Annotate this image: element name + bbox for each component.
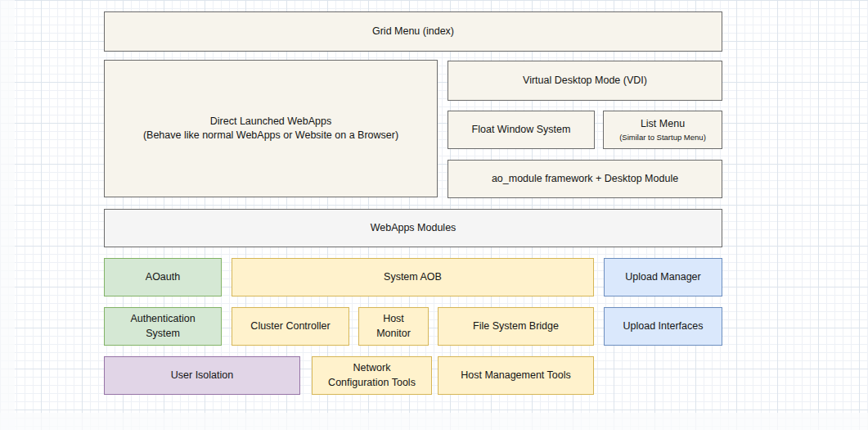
node-upload-manager: Upload Manager [604,258,722,296]
node-list-menu: List Menu(Similar to Startup Menu) [603,111,722,149]
node-webapps-modules-label: WebApps Modules [371,221,456,236]
node-virtual-desktop-mode: Virtual Desktop Mode (VDI) [447,61,722,101]
node-direct-launched-webapps: Direct Launched WebApps (Behave like nor… [104,60,438,197]
page-margin-left [0,0,15,430]
diagram-canvas: Grid Menu (index)Direct Launched WebApps… [0,0,868,430]
node-virtual-desktop-mode-label: Virtual Desktop Mode (VDI) [523,74,647,88]
page-margin-bottom [0,413,868,430]
node-direct-launched-webapps-label: Direct Launched WebApps (Behave like nor… [143,115,398,143]
node-list-menu-sublabel: (Similar to Startup Menu) [619,133,706,143]
node-upload-manager-label: Upload Manager [625,270,700,285]
node-host-monitor: Host Monitor [358,307,429,346]
node-ao-module-framework-label: ao_module framework + Desktop Module [492,172,678,187]
node-user-isolation-label: User Isolation [171,369,233,383]
node-file-system-bridge: File System Bridge [438,307,594,346]
node-file-system-bridge-label: File System Bridge [473,319,559,334]
node-host-monitor-label: Host Monitor [376,312,411,341]
node-authentication-system-label: Authentication System [130,312,195,341]
node-webapps-modules: WebApps Modules [104,209,722,247]
node-authentication-system: Authentication System [104,307,222,346]
node-system-aob: System AOB [232,258,594,296]
node-float-window-system: Float Window System [447,111,595,149]
node-host-management-tools: Host Management Tools [438,356,594,395]
node-ao-module-framework: ao_module framework + Desktop Module [447,160,722,198]
node-grid-menu-label: Grid Menu (index) [372,25,454,39]
node-upload-interfaces-label: Upload Interfaces [623,319,704,334]
node-aoauth: AOauth [104,258,222,296]
node-cluster-controller-label: Cluster Controller [250,319,330,334]
node-host-management-tools-label: Host Management Tools [461,369,571,383]
node-float-window-system-label: Float Window System [472,123,571,138]
node-network-configuration-tools: Network Configuration Tools [312,356,432,395]
node-user-isolation: User Isolation [104,356,300,395]
node-network-configuration-tools-label: Network Configuration Tools [328,361,416,390]
node-upload-interfaces: Upload Interfaces [604,307,722,346]
node-list-menu-label: List Menu [641,117,685,132]
node-cluster-controller: Cluster Controller [232,307,349,346]
node-grid-menu: Grid Menu (index) [104,11,722,52]
node-system-aob-label: System AOB [384,270,442,285]
node-aoauth-label: AOauth [146,270,180,285]
